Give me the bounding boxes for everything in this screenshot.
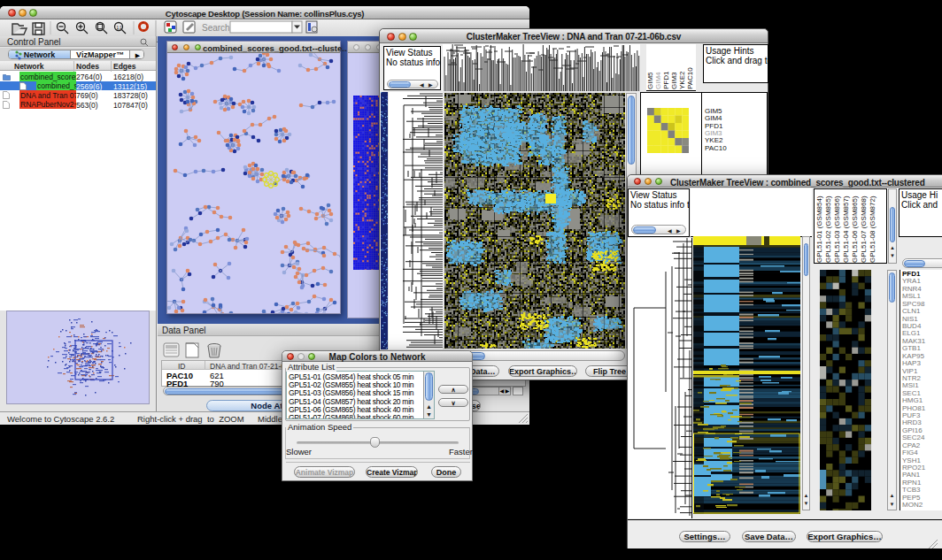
svg-text:GIM3: GIM3 [670,72,678,89]
svg-text:PFD1: PFD1 [662,71,670,89]
svg-text:GPL51-04 (GSM857): GPL51-04 (GSM857) [842,196,850,263]
svg-text:GPL51-02 (GSM855): GPL51-02 (GSM855) [824,196,832,263]
svg-text:1:1: 1:1 [117,26,123,30]
svg-text:YKE2: YKE2 [678,71,686,89]
svg-text:PAC10: PAC10 [686,67,694,89]
svg-text:GPL51-01 (GSM854): GPL51-01 (GSM854) [815,196,823,263]
svg-text:GIM4: GIM4 [654,72,662,89]
svg-text:GPL51-06 (GSM865): GPL51-06 (GSM865) [851,196,859,263]
svg-text:Search:: Search: [202,23,232,33]
svg-text:GPL51-07 (GSM868): GPL51-07 (GSM868) [860,196,868,263]
svg-text:GIM5: GIM5 [646,72,654,89]
svg-text:GPL51-03 (GSM856): GPL51-03 (GSM856) [833,196,841,263]
svg-text:GPL51-08 (GSM872): GPL51-08 (GSM872) [869,196,876,263]
